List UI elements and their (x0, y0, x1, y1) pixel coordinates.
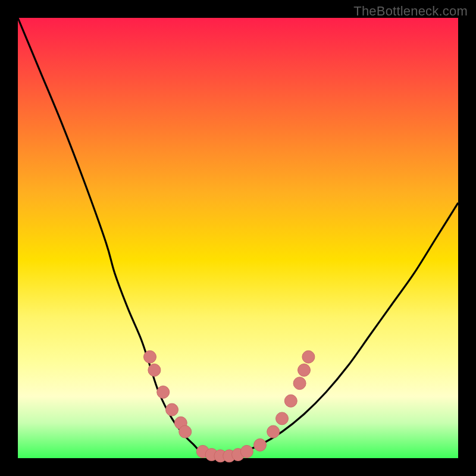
curve-marker (302, 350, 315, 363)
curve-marker (144, 350, 156, 363)
chart-frame: TheBottleneck.com (0, 0, 476, 476)
curve-marker (157, 386, 170, 399)
curve-marker (293, 377, 306, 390)
curve-marker (240, 445, 253, 458)
curve-marker (254, 439, 267, 451)
bottleneck-curve (18, 18, 458, 459)
curve-marker (267, 425, 280, 438)
curve-marker (298, 364, 311, 377)
curve-marker (284, 394, 297, 407)
curve-marker (276, 412, 289, 425)
curve-marker (166, 403, 178, 416)
plot-area (18, 18, 458, 458)
curve-svg (18, 18, 458, 458)
curve-markers (144, 350, 315, 462)
curve-marker (179, 425, 192, 438)
curve-marker (148, 364, 161, 377)
watermark-text: TheBottleneck.com (353, 4, 468, 19)
